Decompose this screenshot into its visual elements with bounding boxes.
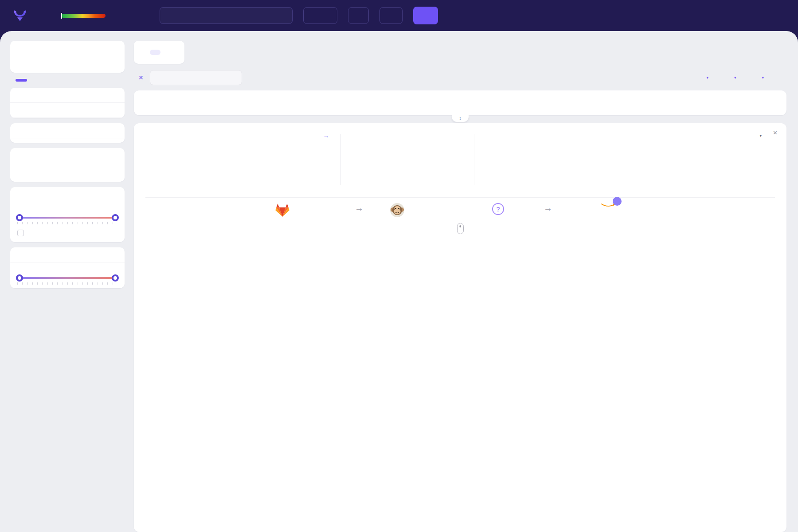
birth-certificate-button[interactable]: ▾ bbox=[749, 74, 764, 81]
aws-count-badge bbox=[613, 197, 622, 206]
avatar-icon bbox=[523, 179, 531, 187]
chevron-up-icon[interactable] bbox=[113, 192, 118, 197]
slider-handle-max[interactable] bbox=[112, 274, 119, 282]
running-policies-button[interactable] bbox=[379, 7, 403, 24]
edit-pencil-icon[interactable] bbox=[526, 170, 531, 175]
unknown-tool-icon[interactable]: ? bbox=[492, 203, 504, 215]
creator-group bbox=[523, 149, 534, 160]
category-filter-card bbox=[10, 88, 125, 118]
show-issues-dropdown[interactable] bbox=[303, 7, 337, 24]
category-search[interactable] bbox=[10, 103, 125, 118]
flow-arrow-icon: → bbox=[544, 203, 552, 213]
general-info-section: → bbox=[145, 132, 340, 187]
clear-selection-icon[interactable]: ✕ bbox=[138, 74, 144, 81]
chevron-down-icon bbox=[358, 14, 362, 18]
chat-icon[interactable] bbox=[449, 11, 458, 20]
business-priority-slider[interactable] bbox=[17, 267, 117, 285]
edit-pencil-icon[interactable] bbox=[559, 149, 564, 154]
certificate-icon bbox=[749, 74, 755, 81]
top-navbar bbox=[0, 0, 798, 31]
slider-handle-max[interactable] bbox=[112, 214, 119, 221]
avatar-icon bbox=[523, 153, 531, 160]
edit-pencil-icon[interactable] bbox=[492, 159, 497, 164]
info-icon bbox=[145, 132, 153, 139]
global-search[interactable] bbox=[160, 7, 293, 24]
personas-section bbox=[474, 132, 775, 187]
slider-handle-min[interactable] bbox=[16, 274, 23, 282]
chevron-up-icon[interactable] bbox=[113, 153, 118, 158]
system-search[interactable] bbox=[10, 163, 125, 178]
collapse-sidebar-icon[interactable] bbox=[110, 47, 118, 54]
flow-arrow-icon: → bbox=[355, 203, 364, 213]
risk-gradient-bar bbox=[61, 14, 106, 18]
search-icon bbox=[16, 107, 22, 113]
filter-count-badge[interactable] bbox=[16, 79, 27, 82]
category-search-input[interactable] bbox=[26, 107, 118, 113]
search-icon[interactable] bbox=[280, 12, 287, 19]
assign-to-button[interactable] bbox=[777, 74, 786, 81]
persona-icon bbox=[489, 132, 497, 139]
table-resize-handle[interactable]: ↕ bbox=[452, 115, 469, 122]
person-icon bbox=[310, 12, 316, 19]
table-search[interactable] bbox=[150, 70, 242, 85]
global-search-input[interactable] bbox=[165, 12, 276, 19]
table-search-input[interactable] bbox=[156, 74, 234, 81]
dark-mode-moon-icon[interactable] bbox=[487, 11, 496, 20]
risk-marker bbox=[61, 13, 62, 19]
chevron-up-icon[interactable] bbox=[113, 128, 118, 133]
set-priority-icon bbox=[694, 74, 700, 81]
filters-sidebar bbox=[10, 41, 125, 532]
business-priority-filter-card bbox=[10, 247, 125, 288]
risk-score-filter-card bbox=[10, 187, 125, 242]
download-icon bbox=[722, 74, 728, 81]
download-sbom-button[interactable]: ▾ bbox=[722, 74, 736, 81]
chevron-up-icon[interactable] bbox=[113, 252, 118, 257]
scroll-indicator bbox=[457, 223, 464, 234]
avatar-icon bbox=[489, 168, 497, 175]
gitlab-icon[interactable] bbox=[275, 203, 290, 217]
chevron-down-icon bbox=[327, 14, 331, 18]
dev-owner-group bbox=[523, 170, 534, 187]
shield-icon bbox=[386, 12, 392, 19]
git-pipeline-row: → ? → bbox=[145, 197, 775, 223]
aws-icon[interactable] bbox=[598, 203, 618, 207]
system-filter-card bbox=[10, 148, 125, 182]
set-priority-button[interactable]: ▾ bbox=[694, 74, 708, 81]
watcher-group bbox=[557, 149, 568, 187]
apps-table: ↕ bbox=[134, 90, 786, 115]
monkey-avatar[interactable] bbox=[390, 203, 404, 217]
chevron-up-icon[interactable] bbox=[113, 93, 118, 98]
risk-meter bbox=[56, 14, 111, 18]
languages-section bbox=[341, 132, 474, 187]
external-link-icon bbox=[168, 50, 173, 55]
not-relevant-link[interactable] bbox=[167, 50, 175, 55]
user-avatar-icon[interactable] bbox=[506, 11, 515, 20]
system-search-input[interactable] bbox=[26, 167, 118, 174]
go-to-issue-page-link[interactable]: → bbox=[323, 133, 329, 139]
owner-filter-card bbox=[10, 123, 125, 143]
brand-logo[interactable] bbox=[12, 8, 32, 23]
ox-bull-icon bbox=[12, 8, 27, 23]
globe-icon bbox=[746, 132, 752, 139]
help-icon[interactable] bbox=[468, 11, 477, 20]
slider-handle-min[interactable] bbox=[16, 214, 23, 221]
summary-card bbox=[10, 41, 125, 73]
assign-person-icon bbox=[777, 74, 783, 81]
git-activity-dropdown[interactable]: ▾ bbox=[746, 132, 762, 139]
time-range-dropdown[interactable] bbox=[348, 7, 369, 24]
languages-icon bbox=[354, 132, 361, 139]
close-panel-icon[interactable]: ✕ bbox=[773, 129, 778, 136]
scan-now-button[interactable] bbox=[413, 7, 438, 24]
high-risk-only-checkbox[interactable] bbox=[17, 230, 24, 236]
apps-count-badge[interactable] bbox=[150, 50, 160, 55]
risk-score-slider[interactable] bbox=[17, 207, 117, 224]
business-owner-group bbox=[489, 159, 500, 175]
app-details-panel: ▾ ✕ → bbox=[134, 123, 786, 532]
search-icon bbox=[16, 168, 22, 174]
